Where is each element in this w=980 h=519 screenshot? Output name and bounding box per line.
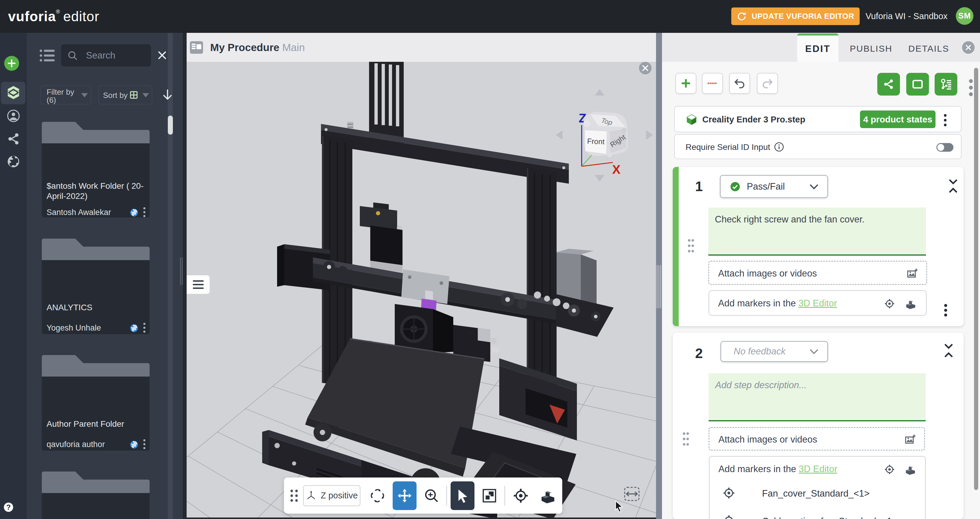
svg-text:Front: Front xyxy=(587,137,605,146)
svg-text:X: X xyxy=(612,162,620,177)
